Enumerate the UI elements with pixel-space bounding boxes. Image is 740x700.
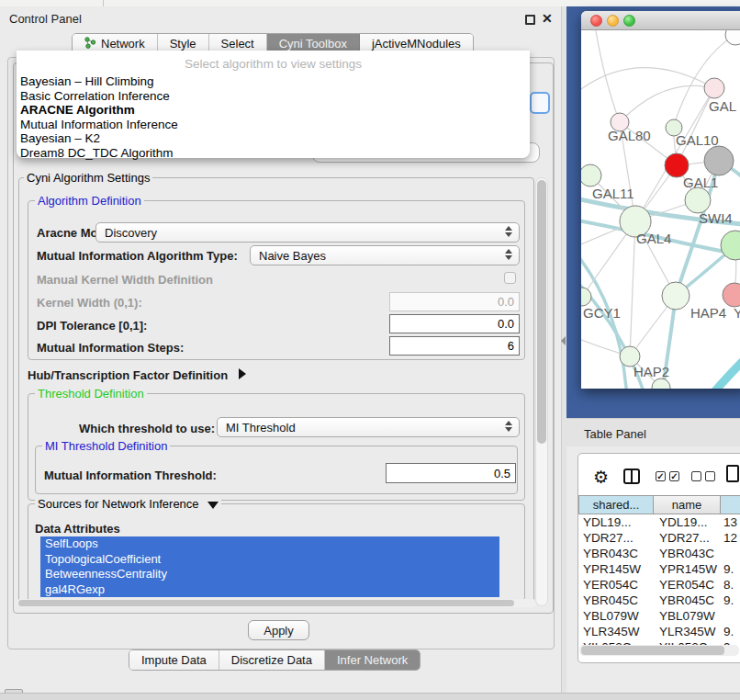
table-row[interactable]: YER054CYER054C8.: [578, 577, 740, 593]
network-edge[interactable]: [581, 68, 714, 95]
select-all-icon-2[interactable]: ✓: [669, 471, 679, 481]
node-label-gal1: GAL1: [683, 175, 718, 190]
hub-definition-label[interactable]: Hub/Transcription Factor Definition: [28, 368, 246, 382]
network-canvas[interactable]: GALGAL80GAL10GAL1GAL11SWI4GAL4GCY1HAP4YH…: [581, 30, 740, 389]
mi-threshold-group-title: MI Threshold Definition: [42, 439, 170, 453]
network-edge[interactable]: [630, 221, 635, 356]
attribute-item-betweennesscentrality[interactable]: BetweennessCentrality: [40, 567, 499, 582]
top-toolbar-strip: [0, 0, 740, 6]
minimize-window-icon[interactable]: [607, 15, 619, 27]
column-header-2[interactable]: [721, 495, 740, 514]
network-graph: GALGAL80GAL10GAL1GAL11SWI4GAL4GCY1HAP4YH…: [581, 30, 740, 389]
dropdown-placeholder: Select algorithm to view settings: [17, 57, 530, 71]
node-gcy1[interactable]: [581, 288, 591, 306]
node-pink-top[interactable]: [704, 78, 724, 98]
node-hap4[interactable]: [662, 282, 690, 310]
manual-kernel-checkbox[interactable]: [504, 272, 516, 284]
settings-hscrollbar[interactable]: [17, 599, 536, 607]
node-gal10-gray[interactable]: [704, 146, 734, 175]
table-header-row: shared...name: [578, 495, 740, 514]
node-bottom-partial[interactable]: [652, 378, 670, 389]
combo-arrows-icon: [505, 249, 512, 260]
dpi-tolerance-field[interactable]: 0.0: [389, 314, 520, 333]
cell: YLR345W: [578, 624, 654, 639]
tab-label: Network: [101, 37, 145, 51]
table-row[interactable]: YDR27...YDR27...12: [578, 530, 740, 546]
deselect-all-icon-2[interactable]: [705, 471, 715, 481]
network-edge[interactable]: [595, 30, 620, 122]
attribute-item-topologicalcoefficient[interactable]: TopologicalCoefficient: [40, 552, 499, 568]
node-label-hap4: HAP4: [690, 305, 726, 321]
node-label-gal10: GAL10: [676, 132, 719, 148]
attribute-item-selfloops[interactable]: SelfLoops: [40, 536, 499, 552]
tab-label: Discretize Data: [231, 653, 312, 667]
aracne-mode-value: Discovery: [105, 226, 157, 240]
close-panel-icon[interactable]: ✕: [542, 11, 553, 26]
kernel-width-field[interactable]: 0.0: [389, 292, 520, 311]
algorithm-option-bayesian-hill-climbing[interactable]: Bayesian – Hill Climbing: [17, 74, 530, 89]
mi-type-combo[interactable]: Naive Bayes: [250, 245, 520, 265]
tab-label: Style: [170, 37, 196, 51]
cell: YBL079W: [578, 608, 654, 624]
table-hscrollbar-thumb[interactable]: [581, 646, 724, 655]
algorithm-option-aracne-algorithm[interactable]: ARACNE Algorithm: [17, 103, 530, 118]
attribute-item-gal4rgexp[interactable]: gal4RGexp: [40, 582, 499, 598]
document-icon[interactable]: [726, 465, 739, 482]
cell: YDR27...: [654, 530, 721, 546]
deselect-all-icon[interactable]: [691, 471, 701, 481]
network-window-titlebar[interactable]: [581, 11, 740, 30]
column-header-name[interactable]: name: [654, 495, 721, 514]
cell: YPR145W: [654, 561, 721, 577]
cyni-bottom-tabs: Impute DataDiscretize DataInfer Network: [129, 649, 420, 671]
splitter-handle-icon[interactable]: [561, 336, 566, 345]
cyni-algorithm-settings-title: Cyni Algorithm Settings: [24, 171, 152, 185]
table-hscrollbar[interactable]: [579, 645, 739, 656]
collapse-down-icon[interactable]: [207, 502, 219, 509]
table-row[interactable]: YPR145WYPR145W9.: [578, 561, 740, 577]
tab-impute-data[interactable]: Impute Data: [129, 650, 219, 670]
select-all-icon[interactable]: ✓: [656, 471, 666, 481]
apply-button[interactable]: Apply: [248, 620, 309, 640]
column-header-shared[interactable]: shared...: [578, 495, 654, 514]
algorithm-option-mutual-information-inference[interactable]: Mutual Information Inference: [17, 118, 530, 132]
mi-steps-field[interactable]: 6: [389, 336, 520, 356]
node-pink-right[interactable]: [723, 283, 740, 307]
tab-infer-network[interactable]: Infer Network: [325, 650, 420, 670]
node-top-partial[interactable]: [725, 30, 740, 45]
settings-hscrollbar-thumb[interactable]: [18, 600, 514, 606]
cell: [721, 608, 740, 624]
settings-vscrollbar[interactable]: [535, 177, 548, 606]
algorithm-option-basic-correlation-inference[interactable]: Basic Correlation Inference: [17, 89, 530, 104]
table-row[interactable]: YBL079WYBL079W: [578, 608, 740, 624]
sources-group-title[interactable]: Sources for Network Inference: [35, 497, 221, 511]
tab-discretize-data[interactable]: Discretize Data: [219, 650, 325, 670]
settings-vscrollbar-thumb[interactable]: [537, 180, 546, 444]
table-row[interactable]: YLR345WYLR345W9.: [578, 624, 740, 639]
mi-threshold-field[interactable]: 0.5: [386, 463, 516, 483]
table-row[interactable]: YBR045CYBR045C9.: [578, 593, 740, 608]
cell: YER054C: [654, 577, 721, 593]
algorithm-option-bayesian-k2[interactable]: Bayesian – K2: [17, 131, 530, 146]
tab-label: Cyni Toolbox: [279, 37, 347, 51]
node-gal11[interactable]: [581, 164, 601, 186]
toolbar-divider: [103, 0, 104, 6]
algorithm-option-dream8-dc-tdc-algorithm[interactable]: Dream8 DC_TDC Algorithm: [17, 146, 530, 161]
float-panel-icon[interactable]: [525, 15, 535, 25]
control-panel: Control Panel ✕ NetworkStyleSelectCyni T…: [0, 6, 561, 693]
aracne-mode-combo[interactable]: Discovery: [95, 222, 520, 243]
table-row[interactable]: YBR043CYBR043C: [578, 546, 740, 561]
which-threshold-combo[interactable]: MI Threshold: [217, 417, 520, 437]
cell: YBR045C: [578, 593, 654, 608]
cell: 9.: [721, 624, 740, 639]
table-row[interactable]: YDL19...YDL19...13: [578, 514, 740, 530]
close-window-icon[interactable]: [590, 15, 602, 27]
expand-right-icon[interactable]: [239, 368, 246, 379]
algorithm-combo-focus-fragment[interactable]: [530, 92, 550, 114]
cell: 9.: [721, 593, 740, 608]
node-gal1[interactable]: [685, 187, 711, 213]
network-edge[interactable]: [710, 350, 740, 389]
network-view-window[interactable]: GALGAL80GAL10GAL1GAL11SWI4GAL4GCY1HAP4YH…: [581, 11, 740, 389]
column-view-icon[interactable]: [623, 469, 640, 484]
gear-icon[interactable]: ⚙: [593, 467, 609, 488]
zoom-window-icon[interactable]: [623, 15, 635, 27]
